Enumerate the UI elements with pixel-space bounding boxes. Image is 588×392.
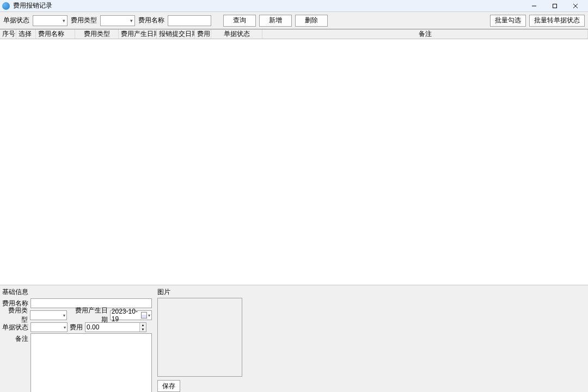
status-filter-combo[interactable]: ▾	[33, 15, 68, 26]
gen-date-value: 2023-10-19	[112, 308, 140, 323]
delete-button[interactable]: 删除	[295, 15, 328, 27]
spin-up-icon[interactable]: ▲	[140, 323, 146, 327]
gen-date-picker[interactable]: 2023-10-19 ▾	[110, 310, 152, 320]
th-type: 费用类型	[75, 29, 119, 39]
th-submit-date: 报销提交日期	[157, 29, 195, 39]
type-label: 费用类型	[2, 306, 28, 324]
chevron-down-icon: ▾	[63, 18, 65, 23]
basic-info-title: 基础信息	[2, 287, 152, 297]
status-filter-label: 单据状态	[3, 16, 29, 25]
titlebar: 费用报销记录	[0, 0, 588, 12]
image-section: 图片 保存	[157, 287, 242, 392]
batch-check-button[interactable]: 批量勾选	[490, 15, 526, 27]
spin-down-icon[interactable]: ▼	[140, 327, 146, 332]
detail-panel: 基础信息 费用名称 费用类型 ▾ 费用产生日期 2023-10-19 ▾ 单据状…	[0, 285, 588, 392]
type-filter-combo[interactable]: ▾	[100, 15, 135, 26]
app-icon	[2, 2, 10, 10]
calendar-icon	[141, 312, 147, 318]
svg-rect-1	[553, 4, 557, 8]
close-button[interactable]	[565, 0, 586, 12]
maximize-button[interactable]	[544, 0, 565, 12]
batch-convert-button[interactable]: 批量转单据状态	[529, 15, 585, 27]
query-button[interactable]: 查询	[223, 15, 256, 27]
chevron-down-icon: ▾	[63, 313, 65, 318]
window-title: 费用报销记录	[13, 1, 52, 10]
type-combo[interactable]: ▾	[30, 310, 66, 320]
th-seq: 序号	[0, 29, 16, 39]
fee-value: 0.00	[87, 323, 99, 331]
fee-label: 费用	[70, 323, 83, 332]
th-remark: 备注	[262, 29, 588, 39]
save-button[interactable]: 保存	[157, 380, 180, 392]
gen-date-label: 费用产生日期	[69, 306, 108, 324]
chevron-down-icon: ▾	[64, 325, 66, 330]
th-name: 费用名称	[36, 29, 75, 39]
name-filter-input[interactable]	[168, 15, 211, 26]
status-combo[interactable]: ▾	[30, 322, 68, 332]
table-header: 序号 选择 费用名称 费用类型 费用产生日期 报销提交日期 费用 单据状态 备注	[0, 29, 588, 39]
th-fee: 费用	[195, 29, 211, 39]
status-label: 单据状态	[2, 323, 28, 332]
table-body	[0, 39, 588, 285]
th-select: 选择	[16, 29, 36, 39]
remark-label: 备注	[2, 333, 28, 392]
th-status: 单据状态	[211, 29, 262, 39]
image-placeholder[interactable]	[157, 298, 242, 377]
filter-toolbar: 单据状态 ▾ 费用类型 ▾ 费用名称 查询 新增 删除 批量勾选 批量转单据状态	[0, 12, 588, 29]
new-button[interactable]: 新增	[259, 15, 292, 27]
name-filter-label: 费用名称	[138, 16, 164, 25]
basic-info-section: 基础信息 费用名称 费用类型 ▾ 费用产生日期 2023-10-19 ▾ 单据状…	[2, 287, 152, 392]
type-filter-label: 费用类型	[71, 16, 97, 25]
remark-textarea[interactable]	[30, 333, 152, 392]
minimize-button[interactable]	[524, 0, 544, 12]
th-gen-date: 费用产生日期	[119, 29, 157, 39]
chevron-down-icon: ▾	[148, 313, 150, 318]
image-section-title: 图片	[157, 287, 242, 297]
fee-spinner[interactable]: 0.00 ▲ ▼	[85, 322, 146, 332]
chevron-down-icon: ▾	[130, 18, 133, 23]
